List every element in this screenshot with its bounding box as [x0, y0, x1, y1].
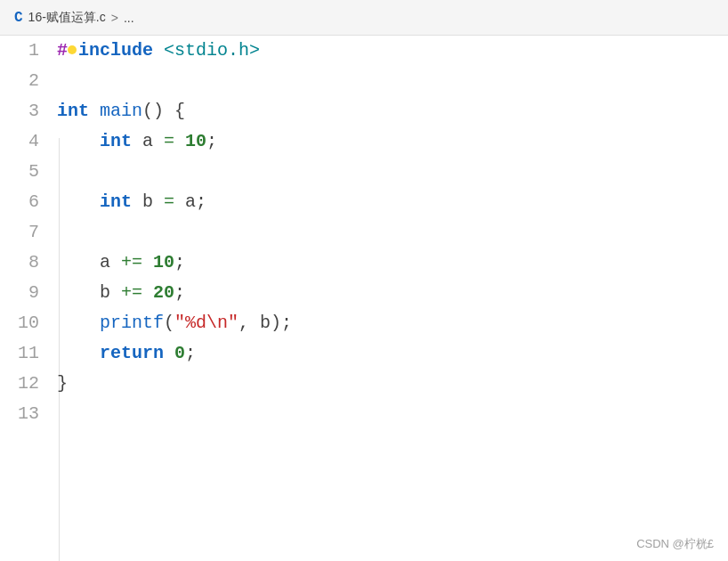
code-line-1: #include <stdio.h> — [57, 36, 728, 66]
semi-8: ; — [174, 248, 185, 278]
code-line-12: } — [57, 369, 728, 399]
code-line-13 — [57, 399, 728, 429]
return-keyword: return — [100, 338, 164, 369]
indent-9 — [57, 278, 100, 308]
b-var-9: b — [100, 278, 121, 308]
line-num-4: 4 — [0, 126, 53, 157]
preprocessor-hash: # — [57, 36, 68, 66]
a-var-8: a — [100, 248, 121, 278]
line-num-12: 12 — [0, 369, 53, 399]
space-3 — [89, 96, 100, 126]
indent-4 — [57, 126, 100, 157]
c-language-icon: C — [14, 10, 23, 26]
space-1 — [153, 36, 164, 66]
space-4b — [174, 126, 185, 157]
number-20: 20 — [153, 278, 174, 308]
space-9b — [142, 278, 153, 308]
space-8b — [142, 248, 153, 278]
breadcrumb-separator: > — [111, 11, 118, 25]
printf-function: printf — [100, 308, 164, 338]
int-keyword-4: int — [100, 126, 132, 157]
close-brace: } — [57, 369, 68, 399]
space-11 — [164, 338, 174, 369]
line-num-6: 6 — [0, 187, 53, 217]
code-line-4: int a = 10; — [57, 126, 728, 157]
watermark: CSDN @柠桄£ — [636, 536, 714, 552]
printf-open: ( — [164, 308, 174, 338]
line-num-13: 13 — [0, 399, 53, 429]
code-line-9: b += 20; — [57, 278, 728, 308]
code-line-8: a += 10; — [57, 248, 728, 278]
semi-9: ; — [174, 278, 185, 308]
number-10-8: 10 — [153, 248, 174, 278]
stdio-header: <stdio.h> — [164, 36, 260, 66]
equals-6: = — [164, 187, 174, 217]
indent-10 — [57, 308, 100, 338]
plus-equals-8: += — [121, 248, 142, 278]
printf-args: , b); — [239, 308, 292, 338]
editor-container: C 16-赋值运算.c > ... 1 2 3 4 5 6 7 8 9 10 1… — [0, 0, 728, 561]
breadcrumb-ellipsis: ... — [124, 11, 134, 25]
plus-equals-9: += — [121, 278, 142, 308]
line-num-2: 2 — [0, 66, 53, 96]
code-line-3: int main() { — [57, 96, 728, 126]
main-function: main — [100, 96, 142, 126]
breadcrumb-bar: C 16-赋值运算.c > ... — [0, 0, 728, 36]
line-num-10: 10 — [0, 308, 53, 338]
space-6a: b — [132, 187, 164, 217]
indent-8 — [57, 248, 100, 278]
code-line-6: int b = a; — [57, 187, 728, 217]
int-keyword-3: int — [57, 96, 89, 126]
equals-4: = — [164, 126, 174, 157]
code-line-2 — [57, 66, 728, 96]
line-num-1: 1 — [0, 36, 53, 66]
line-num-5: 5 — [0, 157, 53, 187]
indent-11 — [57, 338, 100, 369]
code-line-10: printf("%d\n", b); — [57, 308, 728, 338]
include-keyword: include — [78, 36, 153, 66]
code-line-5 — [57, 157, 728, 187]
indent-6 — [57, 187, 100, 217]
int-keyword-6: int — [100, 187, 132, 217]
number-10: 10 — [185, 126, 206, 157]
line-num-8: 8 — [0, 248, 53, 278]
main-parens: () { — [142, 96, 185, 126]
semi-11: ; — [185, 338, 196, 369]
code-line-7 — [57, 217, 728, 248]
space-4a: a — [132, 126, 164, 157]
line-num-7: 7 — [0, 217, 53, 248]
line-num-3: 3 — [0, 96, 53, 126]
line-numbers: 1 2 3 4 5 6 7 8 9 10 11 12 13 — [0, 36, 53, 561]
line-num-9: 9 — [0, 278, 53, 308]
b-assign-a: a; — [174, 187, 206, 217]
code-line-11: return 0; — [57, 338, 728, 369]
semi-4: ; — [206, 126, 217, 157]
line-num-11: 11 — [0, 338, 53, 369]
code-area: 1 2 3 4 5 6 7 8 9 10 11 12 13 #include <… — [0, 36, 728, 561]
printf-string: "%d\n" — [174, 308, 239, 338]
breadcrumb-filename: 16-赋值运算.c — [28, 10, 106, 26]
return-zero: 0 — [174, 338, 185, 369]
code-lines: #include <stdio.h> int main() { int a = … — [53, 36, 728, 429]
cursor-dot — [68, 45, 77, 54]
